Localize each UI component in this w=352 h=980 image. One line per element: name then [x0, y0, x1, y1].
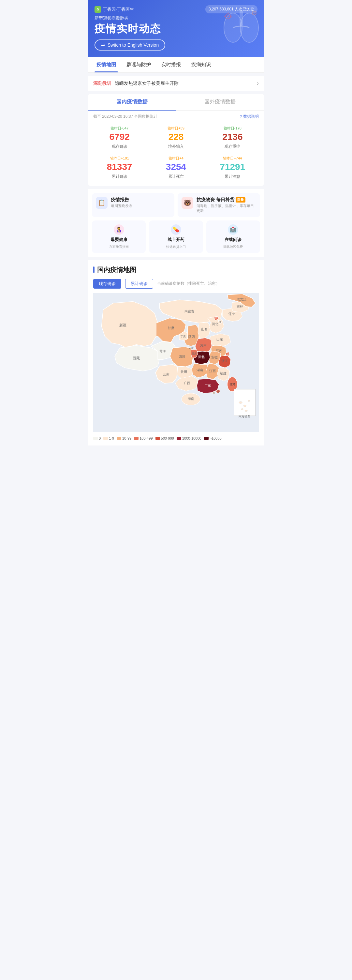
data-section: 国内疫情数据 国外疫情数据 截至 2020-03-20 16:37 全国数据统计… [88, 94, 264, 186]
news-text: 隐瞒发热返京女子被美雇主开除 [115, 81, 254, 86]
svg-text:湖北: 湖北 [198, 355, 205, 359]
legend-label-6: >10000 [209, 436, 222, 440]
svg-point-4 [227, 15, 229, 17]
legend-label-0: 0 [99, 436, 101, 440]
svg-text:江西: 江西 [209, 369, 216, 372]
stat-change-0: 较昨日-647 [93, 126, 146, 131]
legend-color-0 [93, 437, 98, 440]
data-note-link[interactable]: ? 数据说明 [239, 114, 259, 119]
pharmacy-icon: 💊 [171, 224, 181, 235]
logo-text: 丁香园·丁香医生 [103, 6, 134, 13]
legend-5: 1000-10000 [177, 436, 201, 440]
title-bar-decoration [93, 266, 95, 273]
stat-label-1: 境外输入 [150, 144, 202, 150]
svg-text:内蒙古: 内蒙古 [184, 310, 194, 313]
maternal-title: 母婴健康 [111, 237, 127, 243]
legend-color-5 [177, 437, 181, 440]
legend-color-4 [155, 437, 160, 440]
stat-current-severe: 较昨日-178 2136 现存重症 [205, 123, 261, 153]
svg-text:重庆: 重庆 [192, 352, 197, 355]
stat-imported: 较昨日+39 228 境外输入 [147, 123, 204, 153]
svg-text:广东: 广东 [205, 383, 211, 387]
svg-text:澳: 澳 [213, 391, 215, 393]
svg-text:新疆: 新疆 [119, 323, 127, 327]
stat-change-5: 较昨日+744 [206, 156, 259, 161]
service-supplies-title: 抗疫物资 每日补货 限量 [197, 197, 256, 203]
legend-label-1: 1-9 [109, 436, 114, 440]
svg-text:陕西: 陕西 [189, 335, 195, 339]
svg-point-52 [243, 405, 246, 407]
logo: ✿ 丁香园·丁香医生 [95, 6, 134, 13]
svg-text:吉林: 吉林 [236, 304, 243, 308]
stat-total-recovered: 较昨日+744 71291 累计治愈 [205, 153, 261, 183]
news-banner[interactable]: 深刻教训 隐瞒发热返京女子被美雇主开除 › [88, 76, 264, 91]
service-online-consultation[interactable]: 🏥 在线问诊 湖北地区免费 [206, 220, 260, 253]
svg-text:港: 港 [217, 390, 219, 393]
stat-change-2: 较昨日-178 [206, 126, 259, 131]
tab-rumor-prevention[interactable]: 辟谣与防护 [121, 57, 156, 72]
map-filter-description: 当前确诊病例数（排除死亡、治愈） [157, 281, 220, 286]
legend-label-5: 1000-10000 [182, 436, 201, 440]
stat-current-confirmed: 较昨日-647 6792 现存确诊 [91, 123, 147, 153]
svg-text:宁夏: 宁夏 [188, 346, 194, 349]
legend-color-3 [134, 437, 138, 440]
svg-rect-2 [239, 10, 243, 26]
data-timestamp: 截至 2020-03-20 16:37 全国数据统计 [93, 114, 157, 119]
filter-total-confirmed[interactable]: 累计确诊 [125, 279, 153, 289]
svg-text:湖南: 湖南 [197, 368, 203, 371]
switch-language-button[interactable]: ⇌ Switch to English Version [95, 40, 165, 51]
news-arrow-icon: › [257, 80, 259, 87]
svg-text:京: 京 [215, 317, 217, 320]
svg-text:台湾: 台湾 [230, 383, 235, 386]
pharmacy-desc: 快递送货上门 [166, 245, 186, 249]
service-section: 📋 疫情报告 每周五晚发布 🐻 抗疫物资 每日补货 限量 消毒剂、洗手液、温度计… [88, 189, 264, 257]
limit-badge: 限量 [236, 197, 246, 202]
stat-value-1: 228 [150, 131, 202, 143]
service-online-pharmacy[interactable]: 💊 线上开药 快递送货上门 [149, 220, 203, 253]
map-title-row: 国内疫情地图 [93, 266, 259, 274]
svg-text:津: 津 [219, 321, 221, 323]
news-tag: 深刻教训 [93, 81, 111, 86]
svg-text:河南: 河南 [200, 343, 207, 347]
stat-value-0: 6792 [93, 131, 146, 143]
map-legend: 0 1-9 10-99 100-499 500-999 1000-10000 >… [93, 433, 259, 440]
legend-label-3: 100-499 [140, 436, 152, 440]
svg-text:宁夏: 宁夏 [181, 335, 186, 338]
tab-domestic-data[interactable]: 国内疫情数据 [88, 94, 176, 111]
consultation-desc: 湖北地区免费 [223, 245, 243, 249]
svg-text:浙江: 浙江 [221, 359, 228, 363]
svg-text:山西: 山西 [201, 327, 208, 331]
tab-epidemic-map[interactable]: 疫情地图 [91, 57, 121, 72]
stat-label-0: 现存确诊 [93, 144, 146, 150]
svg-text:辽宁: 辽宁 [228, 312, 235, 316]
switch-label: Switch to English Version [108, 42, 159, 48]
header: ✿ 丁香园·丁香医生 3,207,683,801 人次已浏览 新型冠状病毒肺炎 … [88, 0, 264, 57]
service-maternal-health[interactable]: 🤱 母婴健康 在家孕育指南 [92, 220, 146, 253]
service-grid-top: 📋 疫情报告 每周五晚发布 🐻 抗疫物资 每日补货 限量 消毒剂、洗手液、温度计… [92, 193, 260, 217]
svg-text:西藏: 西藏 [133, 356, 140, 360]
svg-point-55 [245, 410, 247, 411]
service-epidemic-report[interactable]: 📋 疫情报告 每周五晚发布 [92, 193, 174, 217]
svg-point-51 [239, 401, 242, 403]
svg-text:海南: 海南 [188, 397, 194, 401]
stat-value-3: 81337 [93, 161, 146, 172]
legend-label-2: 10-99 [122, 436, 132, 440]
service-supplies-desc: 消毒剂、洗手液、温度计，库存每日更新 [197, 204, 256, 213]
consultation-icon: 🏥 [228, 224, 238, 235]
svg-text:河北: 河北 [212, 322, 218, 326]
svg-text:广西: 广西 [184, 381, 190, 385]
legend-0: 0 [93, 436, 101, 440]
svg-text:云南: 云南 [163, 372, 170, 376]
svg-text:黑龙江: 黑龙江 [236, 298, 246, 301]
svg-point-10 [254, 13, 255, 14]
tab-realtime[interactable]: 实时播报 [156, 57, 186, 72]
data-info-row: 截至 2020-03-20 16:37 全国数据统计 ? 数据说明 [88, 111, 264, 123]
stat-change-3: 较昨日+101 [93, 156, 146, 161]
tab-overseas-data[interactable]: 国外疫情数据 [176, 94, 264, 111]
svg-text:南海诸岛: 南海诸岛 [239, 415, 250, 418]
service-supplies[interactable]: 🐻 抗疫物资 每日补货 限量 消毒剂、洗手液、温度计，库存每日更新 [178, 193, 260, 217]
stat-value-2: 2136 [206, 131, 259, 143]
tab-disease-knowledge[interactable]: 疾病知识 [186, 57, 216, 72]
filter-current-confirmed[interactable]: 现存确诊 [93, 279, 121, 289]
svg-text:贵州: 贵州 [181, 369, 187, 373]
